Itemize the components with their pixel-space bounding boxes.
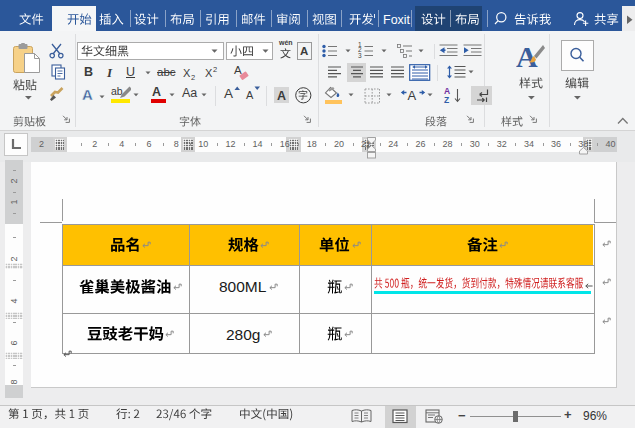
svg-text:A: A <box>408 88 417 103</box>
